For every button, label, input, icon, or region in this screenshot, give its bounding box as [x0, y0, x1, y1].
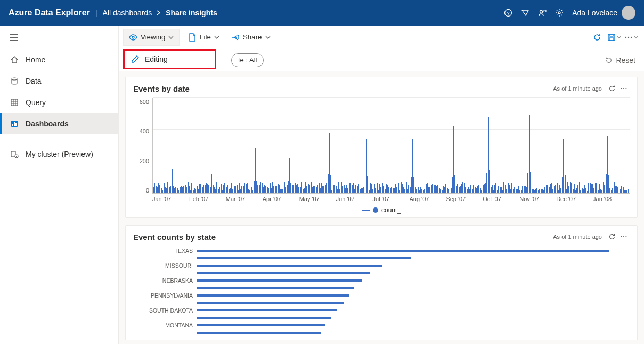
nav-data[interactable]: Data: [0, 70, 118, 92]
svg-point-23: [623, 236, 624, 237]
svg-rect-5: [11, 99, 18, 106]
chevron-right-icon: [156, 10, 161, 15]
svg-point-11: [15, 155, 18, 158]
panel-refresh-icon[interactable]: [606, 231, 618, 243]
svg-point-2: [540, 11, 543, 13]
file-button[interactable]: File: [183, 29, 225, 46]
cluster-icon: [9, 150, 20, 158]
panel-event-counts-by-state: Event counts by state As of 1 minute ago…: [125, 225, 638, 340]
home-icon: [9, 55, 20, 64]
file-icon: [189, 33, 196, 42]
svg-point-24: [625, 236, 626, 237]
sidebar: Home Data Query Dashboards My cluster (P…: [0, 26, 119, 344]
settings-icon[interactable]: [551, 4, 568, 21]
svg-text:?: ?: [507, 11, 510, 16]
dashboard-icon: [9, 119, 20, 128]
eye-icon: [129, 33, 137, 42]
svg-point-3: [558, 12, 560, 14]
share-icon: [231, 33, 240, 42]
nav-dashboards[interactable]: Dashboards: [0, 113, 118, 134]
avatar[interactable]: [622, 6, 635, 20]
chevron-down-icon: [168, 35, 174, 40]
reset-button[interactable]: Reset: [605, 56, 635, 65]
hamburger-icon[interactable]: [0, 26, 118, 49]
header-divider: |: [95, 9, 97, 17]
help-icon[interactable]: ?: [500, 4, 517, 21]
filter-pill[interactable]: te : All: [231, 53, 264, 67]
more-icon[interactable]: [623, 29, 640, 46]
panel-asof: As of 1 minute ago: [553, 85, 602, 92]
svg-rect-15: [609, 38, 614, 41]
chart-legend: count_: [133, 206, 630, 214]
save-icon[interactable]: [606, 29, 623, 46]
editing-mode-option[interactable]: Editing: [123, 49, 216, 69]
nav-separator: [9, 139, 110, 139]
share-button[interactable]: Share: [225, 29, 276, 46]
svg-point-21: [625, 88, 626, 89]
svg-point-16: [625, 36, 626, 37]
svg-point-17: [628, 36, 629, 37]
panel-title: Event counts by state: [133, 233, 216, 242]
panel-events-by-date: Events by date As of 1 minute ago 600 40…: [125, 77, 638, 218]
panel-asof: As of 1 minute ago: [553, 234, 602, 240]
nav-query[interactable]: Query: [0, 92, 118, 113]
feedback-icon[interactable]: [517, 4, 534, 21]
user-name[interactable]: Ada Lovelace: [572, 9, 617, 17]
nav-my-cluster[interactable]: My cluster (Preview): [0, 143, 118, 165]
svg-rect-14: [610, 34, 613, 36]
chart-events-by-date: 600 400 200 0: [133, 98, 630, 194]
svg-rect-7: [12, 124, 13, 126]
chevron-down-icon: [214, 35, 219, 40]
panel-title: Events by date: [133, 84, 190, 93]
svg-point-4: [12, 78, 17, 80]
svg-rect-9: [15, 123, 17, 126]
panel-refresh-icon[interactable]: [606, 83, 618, 94]
svg-point-20: [623, 88, 624, 89]
dashboard-toolbar: Viewing File Share: [119, 26, 644, 49]
svg-point-12: [132, 36, 134, 38]
y-axis-states: TEXASMISSOURINEBRASKAPENNSYLVANIASOUTH D…: [133, 247, 197, 337]
product-name: Azure Data Explorer: [9, 8, 90, 18]
x-axis: Jan '07Feb '07Mar '07Apr '07May '07Jun '…: [152, 196, 630, 202]
refresh-icon[interactable]: [589, 29, 606, 46]
breadcrumb-all-dashboards[interactable]: All dashboards: [103, 9, 152, 17]
app-header: Azure Data Explorer | All dashboards Sha…: [0, 0, 644, 26]
chevron-down-icon: [265, 35, 271, 40]
panel-more-icon[interactable]: [618, 231, 630, 243]
panel-more-icon[interactable]: [618, 83, 630, 94]
svg-point-18: [631, 36, 632, 37]
svg-rect-8: [14, 122, 15, 126]
breadcrumb-current: Share insights: [166, 9, 217, 17]
svg-point-22: [621, 236, 622, 237]
edit-icon: [131, 55, 140, 63]
database-icon: [9, 77, 20, 85]
viewing-mode-button[interactable]: Viewing: [123, 29, 180, 46]
svg-point-19: [621, 88, 622, 89]
nav-home[interactable]: Home: [0, 49, 118, 70]
grid-icon: [9, 98, 20, 107]
person-feedback-icon[interactable]: [534, 4, 551, 21]
chart-event-counts-by-state: TEXASMISSOURINEBRASKAPENNSYLVANIASOUTH D…: [133, 247, 630, 337]
y-axis: 600 400 200 0: [133, 98, 152, 194]
